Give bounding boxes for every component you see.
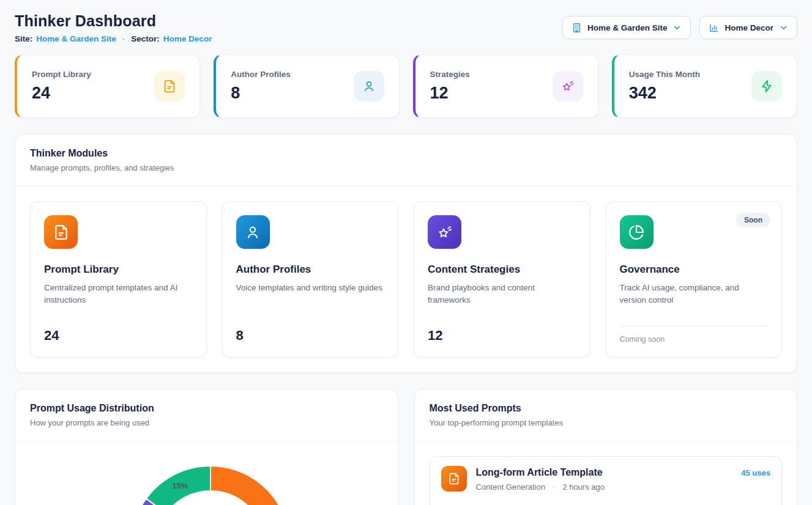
stat-value: 342: [629, 84, 700, 103]
meta-separator: ·: [553, 482, 555, 492]
most-used-header: Most Used Prompts Your top-performing pr…: [415, 389, 797, 441]
prompt-category: Content Generation: [476, 482, 545, 492]
modules-header: Thinker Modules Manage prompts, profiles…: [15, 135, 797, 186]
thinker-modules-panel: Thinker Modules Manage prompts, profiles…: [15, 134, 797, 373]
module-card-governance[interactable]: Soon Governance Track AI usage, complian…: [606, 201, 783, 358]
soon-badge: Soon: [736, 213, 770, 227]
svg-text:15%: 15%: [172, 481, 188, 490]
document-icon: [441, 466, 467, 492]
prompt-list-item[interactable]: Long-form Article Template Content Gener…: [430, 456, 783, 505]
module-card-content-strategies[interactable]: Content Strategies Brand playbooks and c…: [414, 201, 590, 358]
module-description: Brand playbooks and content frameworks: [428, 282, 576, 307]
chevron-down-icon: [779, 23, 788, 32]
prompt-item-title: Long-form Article Template: [476, 467, 605, 478]
usage-chart-title: Prompt Usage Distribution: [30, 403, 383, 414]
usage-chart-area: 15%: [15, 441, 398, 505]
sector-selector-dropdown[interactable]: Home Decor: [699, 16, 797, 39]
building-icon: [572, 23, 582, 33]
site-selector-dropdown[interactable]: Home & Garden Site: [562, 16, 691, 39]
module-title: Content Strategies: [428, 264, 576, 276]
site-link[interactable]: Home & Garden Site: [36, 34, 116, 43]
prompt-item-meta: Content Generation · 2 hours ago: [476, 482, 605, 492]
stats-row: Prompt Library 24 Author Profiles 8 Stra…: [15, 54, 797, 118]
breadcrumb-separator: ·: [122, 34, 125, 43]
pie-chart-icon: [620, 215, 654, 249]
stat-value: 24: [32, 84, 91, 103]
usage-chart-subtitle: How your prompts are being used: [30, 418, 383, 427]
module-title: Author Profiles: [236, 264, 385, 276]
sector-link[interactable]: Home Decor: [163, 34, 212, 43]
module-count: 8: [236, 328, 385, 344]
page-title: Thinker Dashboard: [15, 12, 212, 30]
prompt-uses-count: 45 uses: [741, 468, 770, 477]
document-icon: [154, 71, 185, 101]
coming-soon-text: Coming soon: [620, 326, 769, 344]
stat-card-strategies: Strategies 12: [413, 54, 598, 118]
dashboard-page: Thinker Dashboard Site: Home & Garden Si…: [0, 0, 812, 505]
prompt-time: 2 hours ago: [562, 482, 605, 492]
breadcrumb: Site: Home & Garden Site · Sector: Home …: [15, 34, 212, 43]
module-card-prompt-library[interactable]: Prompt Library Centralized prompt templa…: [30, 201, 207, 358]
header-left: Thinker Dashboard Site: Home & Garden Si…: [15, 12, 212, 43]
module-count: 12: [428, 328, 576, 344]
stat-label: Usage This Month: [629, 70, 700, 79]
bottom-row: Prompt Usage Distribution How your promp…: [15, 389, 797, 505]
document-icon: [44, 215, 78, 249]
module-count: 24: [44, 328, 193, 344]
module-title: Governance: [620, 264, 769, 276]
most-used-prompts-panel: Most Used Prompts Your top-performing pr…: [414, 389, 798, 505]
modules-subtitle: Manage prompts, profiles, and strategies: [30, 163, 782, 172]
module-card-author-profiles[interactable]: Author Profiles Voice templates and writ…: [222, 201, 399, 358]
stat-value: 8: [231, 84, 291, 103]
stat-card-author-profiles: Author Profiles 8: [214, 54, 399, 118]
page-header: Thinker Dashboard Site: Home & Garden Si…: [15, 12, 797, 43]
chevron-down-icon: [672, 23, 682, 32]
user-icon: [236, 215, 270, 249]
most-used-subtitle: Your top-performing prompt templates: [430, 418, 783, 427]
sector-label: Sector:: [131, 34, 160, 43]
stat-card-usage: Usage This Month 342: [612, 54, 797, 118]
stat-label: Strategies: [430, 70, 470, 79]
sector-selector-label: Home Decor: [724, 23, 773, 32]
most-used-title: Most Used Prompts: [430, 403, 783, 414]
lightning-icon: [751, 71, 782, 101]
star-sparkle-icon: [428, 215, 461, 249]
star-sparkle-icon: [553, 71, 583, 101]
usage-donut-chart[interactable]: 15%: [15, 441, 398, 505]
user-icon: [354, 71, 384, 101]
stat-card-prompt-library: Prompt Library 24: [15, 54, 200, 118]
bar-chart-icon: [709, 23, 719, 33]
site-selector-label: Home & Garden Site: [587, 23, 668, 32]
header-actions: Home & Garden Site Home Decor: [562, 16, 797, 39]
stat-label: Author Profiles: [231, 70, 291, 79]
prompt-usage-panel: Prompt Usage Distribution How your promp…: [15, 389, 398, 505]
site-label: Site:: [15, 34, 32, 43]
prompt-list: Long-form Article Template Content Gener…: [415, 441, 797, 505]
stat-value: 12: [430, 84, 470, 103]
module-description: Track AI usage, compliance, and version …: [620, 282, 769, 307]
module-title: Prompt Library: [44, 264, 193, 276]
module-description: Voice templates and writing style guides: [236, 282, 385, 294]
modules-grid: Prompt Library Centralized prompt templa…: [15, 186, 797, 372]
stat-label: Prompt Library: [32, 70, 91, 79]
module-description: Centralized prompt templates and AI inst…: [44, 282, 193, 307]
usage-chart-header: Prompt Usage Distribution How your promp…: [15, 389, 398, 441]
modules-title: Thinker Modules: [30, 148, 782, 159]
